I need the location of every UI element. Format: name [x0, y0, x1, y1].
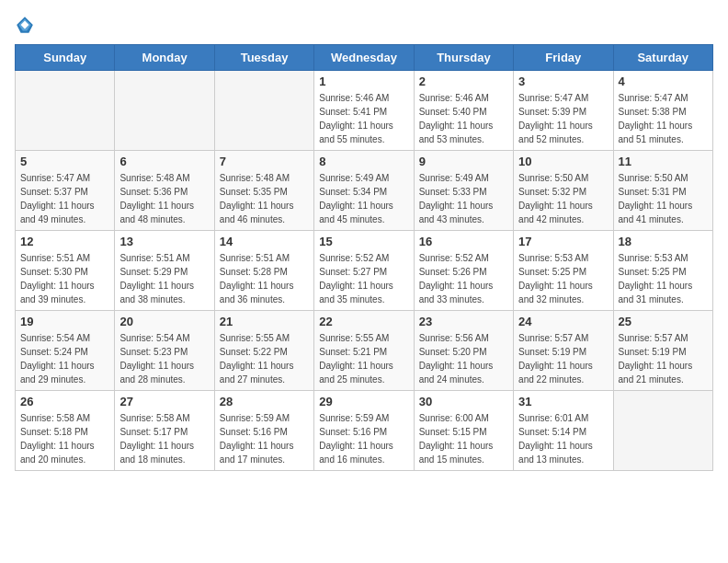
calendar-cell: 21Sunrise: 5:55 AM Sunset: 5:22 PM Dayli… [214, 311, 313, 391]
day-number: 13 [119, 235, 209, 248]
logo [15, 15, 39, 35]
calendar-cell: 8Sunrise: 5:49 AM Sunset: 5:34 PM Daylig… [314, 151, 414, 231]
day-number: 9 [419, 155, 508, 168]
calendar-cell: 4Sunrise: 5:47 AM Sunset: 5:38 PM Daylig… [613, 71, 712, 151]
day-number: 12 [20, 235, 109, 248]
day-info: Sunrise: 5:48 AM Sunset: 5:35 PM Dayligh… [220, 171, 309, 226]
day-info: Sunrise: 5:46 AM Sunset: 5:40 PM Dayligh… [419, 91, 508, 146]
calendar-header: SundayMondayTuesdayWednesdayThursdayFrid… [16, 45, 713, 71]
calendar-cell: 25Sunrise: 5:57 AM Sunset: 5:19 PM Dayli… [613, 311, 712, 391]
day-info: Sunrise: 5:54 AM Sunset: 5:24 PM Dayligh… [20, 331, 109, 386]
calendar-cell: 1Sunrise: 5:46 AM Sunset: 5:41 PM Daylig… [314, 71, 414, 151]
calendar-cell: 2Sunrise: 5:46 AM Sunset: 5:40 PM Daylig… [414, 71, 513, 151]
calendar-cell: 28Sunrise: 5:59 AM Sunset: 5:16 PM Dayli… [214, 391, 313, 471]
day-info: Sunrise: 5:55 AM Sunset: 5:21 PM Dayligh… [319, 331, 408, 386]
calendar-cell: 19Sunrise: 5:54 AM Sunset: 5:24 PM Dayli… [16, 311, 115, 391]
calendar-cell: 27Sunrise: 5:58 AM Sunset: 5:17 PM Dayli… [115, 391, 214, 471]
day-number: 22 [319, 315, 408, 328]
day-number: 10 [518, 155, 608, 168]
calendar-cell: 20Sunrise: 5:54 AM Sunset: 5:23 PM Dayli… [115, 311, 214, 391]
calendar-cell: 23Sunrise: 5:56 AM Sunset: 5:20 PM Dayli… [414, 311, 513, 391]
day-number: 25 [619, 315, 708, 328]
calendar-cell [214, 71, 313, 151]
day-info: Sunrise: 5:55 AM Sunset: 5:22 PM Dayligh… [220, 331, 309, 386]
day-info: Sunrise: 5:46 AM Sunset: 5:41 PM Dayligh… [319, 91, 408, 146]
day-info: Sunrise: 5:50 AM Sunset: 5:32 PM Dayligh… [518, 171, 608, 226]
day-number: 2 [419, 75, 508, 88]
day-info: Sunrise: 5:50 AM Sunset: 5:31 PM Dayligh… [619, 171, 708, 226]
calendar-cell [16, 71, 115, 151]
day-number: 18 [619, 235, 708, 248]
calendar-cell: 12Sunrise: 5:51 AM Sunset: 5:30 PM Dayli… [16, 231, 115, 311]
calendar-cell: 31Sunrise: 6:01 AM Sunset: 5:14 PM Dayli… [514, 391, 613, 471]
calendar-cell: 6Sunrise: 5:48 AM Sunset: 5:36 PM Daylig… [115, 151, 214, 231]
day-number: 15 [319, 235, 408, 248]
calendar-body: 1Sunrise: 5:46 AM Sunset: 5:41 PM Daylig… [16, 71, 713, 471]
calendar-cell [115, 71, 214, 151]
day-number: 23 [419, 315, 508, 328]
day-info: Sunrise: 5:59 AM Sunset: 5:16 PM Dayligh… [220, 411, 309, 466]
day-number: 27 [119, 395, 209, 408]
day-number: 29 [319, 395, 408, 408]
day-number: 20 [119, 315, 209, 328]
calendar-cell: 15Sunrise: 5:52 AM Sunset: 5:27 PM Dayli… [314, 231, 414, 311]
day-header-sunday: Sunday [16, 45, 115, 71]
day-info: Sunrise: 5:57 AM Sunset: 5:19 PM Dayligh… [619, 331, 708, 386]
day-info: Sunrise: 5:48 AM Sunset: 5:36 PM Dayligh… [119, 171, 209, 226]
day-header-friday: Friday [514, 45, 613, 71]
calendar-cell [613, 391, 712, 471]
day-info: Sunrise: 5:52 AM Sunset: 5:26 PM Dayligh… [419, 251, 508, 306]
day-number: 7 [220, 155, 309, 168]
calendar-cell: 9Sunrise: 5:49 AM Sunset: 5:33 PM Daylig… [414, 151, 513, 231]
day-info: Sunrise: 5:53 AM Sunset: 5:25 PM Dayligh… [619, 251, 708, 306]
day-info: Sunrise: 5:51 AM Sunset: 5:28 PM Dayligh… [220, 251, 309, 306]
day-info: Sunrise: 5:47 AM Sunset: 5:38 PM Dayligh… [619, 91, 708, 146]
calendar-cell: 30Sunrise: 6:00 AM Sunset: 5:15 PM Dayli… [414, 391, 513, 471]
day-info: Sunrise: 5:58 AM Sunset: 5:18 PM Dayligh… [20, 411, 109, 466]
calendar-table: SundayMondayTuesdayWednesdayThursdayFrid… [15, 44, 713, 471]
day-header-wednesday: Wednesday [314, 45, 414, 71]
day-number: 26 [20, 395, 109, 408]
calendar-cell: 24Sunrise: 5:57 AM Sunset: 5:19 PM Dayli… [514, 311, 613, 391]
day-number: 1 [319, 75, 408, 88]
day-info: Sunrise: 5:47 AM Sunset: 5:39 PM Dayligh… [518, 91, 608, 146]
day-number: 21 [220, 315, 309, 328]
day-number: 28 [220, 395, 309, 408]
day-info: Sunrise: 5:58 AM Sunset: 5:17 PM Dayligh… [119, 411, 209, 466]
day-number: 11 [619, 155, 708, 168]
day-info: Sunrise: 5:57 AM Sunset: 5:19 PM Dayligh… [518, 331, 608, 386]
header [15, 15, 713, 35]
day-number: 31 [518, 395, 608, 408]
day-info: Sunrise: 5:54 AM Sunset: 5:23 PM Dayligh… [119, 331, 209, 386]
calendar-cell: 29Sunrise: 5:59 AM Sunset: 5:16 PM Dayli… [314, 391, 414, 471]
day-info: Sunrise: 5:49 AM Sunset: 5:33 PM Dayligh… [419, 171, 508, 226]
day-info: Sunrise: 5:52 AM Sunset: 5:27 PM Dayligh… [319, 251, 408, 306]
logo-icon [15, 15, 35, 35]
calendar-week-1: 1Sunrise: 5:46 AM Sunset: 5:41 PM Daylig… [16, 71, 713, 151]
day-info: Sunrise: 5:51 AM Sunset: 5:29 PM Dayligh… [119, 251, 209, 306]
day-header-monday: Monday [115, 45, 214, 71]
day-info: Sunrise: 5:53 AM Sunset: 5:25 PM Dayligh… [518, 251, 608, 306]
calendar-cell: 3Sunrise: 5:47 AM Sunset: 5:39 PM Daylig… [514, 71, 613, 151]
day-info: Sunrise: 5:47 AM Sunset: 5:37 PM Dayligh… [20, 171, 109, 226]
calendar-week-2: 5Sunrise: 5:47 AM Sunset: 5:37 PM Daylig… [16, 151, 713, 231]
calendar-cell: 14Sunrise: 5:51 AM Sunset: 5:28 PM Dayli… [214, 231, 313, 311]
calendar-cell: 11Sunrise: 5:50 AM Sunset: 5:31 PM Dayli… [613, 151, 712, 231]
day-number: 5 [20, 155, 109, 168]
day-number: 14 [220, 235, 309, 248]
day-number: 8 [319, 155, 408, 168]
day-number: 16 [419, 235, 508, 248]
day-number: 4 [619, 75, 708, 88]
calendar-cell: 22Sunrise: 5:55 AM Sunset: 5:21 PM Dayli… [314, 311, 414, 391]
day-info: Sunrise: 5:56 AM Sunset: 5:20 PM Dayligh… [419, 331, 508, 386]
day-number: 17 [518, 235, 608, 248]
day-number: 6 [119, 155, 209, 168]
day-info: Sunrise: 5:49 AM Sunset: 5:34 PM Dayligh… [319, 171, 408, 226]
day-info: Sunrise: 5:59 AM Sunset: 5:16 PM Dayligh… [319, 411, 408, 466]
day-info: Sunrise: 5:51 AM Sunset: 5:30 PM Dayligh… [20, 251, 109, 306]
day-header-thursday: Thursday [414, 45, 513, 71]
calendar-cell: 10Sunrise: 5:50 AM Sunset: 5:32 PM Dayli… [514, 151, 613, 231]
calendar-cell: 17Sunrise: 5:53 AM Sunset: 5:25 PM Dayli… [514, 231, 613, 311]
day-number: 30 [419, 395, 508, 408]
calendar-week-5: 26Sunrise: 5:58 AM Sunset: 5:18 PM Dayli… [16, 391, 713, 471]
